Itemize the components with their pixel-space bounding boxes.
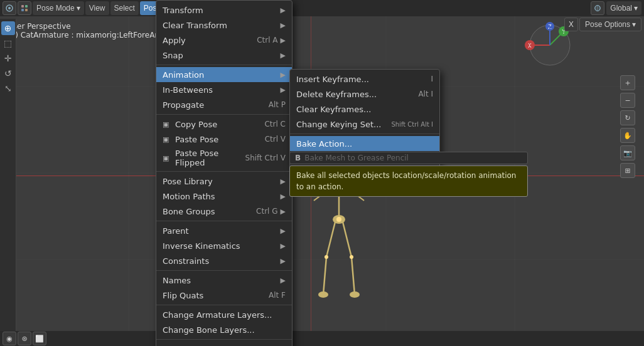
menu-item-change-armature-layers[interactable]: Change Armature Layers... <box>156 307 292 322</box>
menu-item-show-hide[interactable]: Show/Hide ▶ <box>156 342 292 346</box>
change-keying-set-shortcut: Shift Ctrl Alt I <box>391 121 433 128</box>
hand-tool-button[interactable]: ✋ <box>620 128 635 143</box>
svg-point-30 <box>318 291 328 298</box>
pose-mode-button[interactable]: Pose Mode ▾ <box>33 1 84 15</box>
anim-divider <box>290 134 439 134</box>
divider-5 <box>156 270 292 271</box>
camera-button[interactable]: 📷 <box>620 145 635 160</box>
menu-item-apply[interactable]: Apply Ctrl A ▶ <box>156 33 292 48</box>
menu-item-change-bone-layers[interactable]: Change Bone Layers... <box>156 322 292 337</box>
menu-item-clear-keyframes[interactable]: Clear Keyframes... <box>290 102 439 117</box>
divider-6 <box>156 305 292 305</box>
bake-action-description: Bake all selected objects location/scale… <box>289 165 528 197</box>
menu-item-inverse-kinematics[interactable]: Inverse Kinematics ▶ <box>156 238 292 253</box>
menu-item-in-betweens[interactable]: In-Betweens ▶ <box>156 82 292 97</box>
overlay-icon[interactable]: ⊛ <box>18 332 31 345</box>
pose-options-arrow: ▾ <box>632 20 636 29</box>
menu-item-paste-pose[interactable]: ▣ Paste Pose Ctrl V <box>156 132 292 147</box>
menu-item-delete-keyframes[interactable]: Delete Keyframes... Alt I <box>290 86 439 102</box>
render-button[interactable]: ⊞ <box>620 163 635 178</box>
dropdown-arrow: ▾ <box>77 4 80 13</box>
motion-paths-arrow: ▶ <box>281 192 286 201</box>
global-button[interactable]: Global ▾ <box>606 1 641 15</box>
menu-item-bake-action[interactable]: Bake Action... <box>290 136 439 151</box>
bake-action-tooltip-area: B Bake Mesh to Grease Pencil Bake all se… <box>289 152 528 197</box>
clear-transform-arrow: ▶ <box>281 21 286 29</box>
right-controls: + − ↻ ✋ 📷 ⊞ <box>620 75 635 178</box>
in-betweens-arrow: ▶ <box>281 86 286 94</box>
close-panel-button[interactable]: X <box>564 18 578 31</box>
pose-options-button[interactable]: Pose Options ▾ <box>579 18 641 31</box>
menu-item-transform[interactable]: Transform ▶ <box>156 3 292 18</box>
view-label: View <box>89 4 105 13</box>
select-label: Select <box>114 4 135 13</box>
pose-dropdown-menu: Transform ▶ Clear Transform ▶ Apply Ctrl… <box>156 0 292 346</box>
view-menu-button[interactable]: View <box>85 1 109 15</box>
menu-item-insert-keyframe[interactable]: Insert Keyframe... I <box>290 71 439 86</box>
bone-groups-shortcut: Ctrl G <box>256 207 277 216</box>
top-right-controls: X Pose Options ▾ <box>564 18 644 31</box>
perspective-label: User Perspective <box>8 22 165 31</box>
header-bar: Pose Mode ▾ View Select Pose Global ▾ <box>0 0 644 16</box>
svg-line-28 <box>326 219 336 257</box>
viewport-shading-icon[interactable]: ◉ <box>3 332 16 345</box>
svg-line-31 <box>342 219 352 257</box>
svg-line-32 <box>352 257 355 295</box>
select-box-tool[interactable]: ⬚ <box>1 36 15 50</box>
menu-item-pose-library[interactable]: Pose Library ▶ <box>156 174 292 189</box>
cursor-tool[interactable]: ⊕ <box>1 21 15 35</box>
svg-rect-12 <box>25 9 28 11</box>
divider-4 <box>156 221 292 221</box>
mode-select-icon[interactable] <box>18 1 31 15</box>
paste-pose-icon: ▣ <box>163 135 174 144</box>
armature-label: (1) CatArmature : mixamorig:LeftForeArm <box>8 31 165 39</box>
copy-pose-icon: ▣ <box>163 120 174 128</box>
svg-point-33 <box>350 291 360 298</box>
snap-arrow: ▶ <box>281 51 286 60</box>
paste-flipped-shortcut: Shift Ctrl V <box>245 154 286 162</box>
apply-arrow: ▶ <box>281 36 286 45</box>
paste-pose-shortcut: Ctrl V <box>265 135 286 144</box>
svg-point-37 <box>336 217 341 222</box>
pose-library-arrow: ▶ <box>281 177 286 186</box>
ik-arrow: ▶ <box>281 242 286 250</box>
menu-item-propagate[interactable]: Propagate Alt P <box>156 97 292 112</box>
pose-options-label: Pose Options <box>585 20 630 29</box>
move-tool[interactable]: ✛ <box>1 51 15 65</box>
svg-point-39 <box>350 255 353 259</box>
viewport-info: User Perspective (1) CatArmature : mixam… <box>8 22 165 39</box>
menu-item-parent[interactable]: Parent ▶ <box>156 223 292 238</box>
flip-quats-shortcut: Alt F <box>269 291 286 300</box>
paste-pose-flipped-icon: ▣ <box>163 154 174 162</box>
svg-point-8 <box>8 7 11 9</box>
divider-1 <box>156 65 292 65</box>
apply-shortcut: Ctrl A <box>257 36 277 45</box>
menu-item-copy-pose[interactable]: ▣ Copy Pose Ctrl C <box>156 117 292 132</box>
bake-desc-text: Bake all selected objects location/scale… <box>296 171 516 191</box>
menu-item-names[interactable]: Names ▶ <box>156 273 292 288</box>
scale-tool[interactable]: ⤡ <box>1 81 15 95</box>
svg-rect-11 <box>21 9 24 11</box>
divider-3 <box>156 171 292 172</box>
menu-item-constraints[interactable]: Constraints ▶ <box>156 253 292 268</box>
zoom-out-button[interactable]: − <box>620 93 635 108</box>
rotate-tool[interactable]: ↺ <box>1 66 15 80</box>
menu-item-snap[interactable]: Snap ▶ <box>156 48 292 63</box>
divider-2 <box>156 114 292 115</box>
animation-arrow: ▶ <box>281 71 286 79</box>
xray-icon[interactable]: ⬜ <box>33 332 46 345</box>
menu-item-flip-quats[interactable]: Flip Quats Alt F <box>156 288 292 303</box>
menu-item-change-keying-set[interactable]: Change Keying Set... Shift Ctrl Alt I <box>290 117 439 132</box>
svg-point-38 <box>325 255 328 259</box>
global-mode-icon[interactable] <box>591 1 604 15</box>
editor-type-icon[interactable] <box>3 1 16 15</box>
menu-item-paste-pose-flipped[interactable]: ▣ Paste Pose Flipped Shift Ctrl V <box>156 147 292 169</box>
menu-item-clear-transform[interactable]: Clear Transform ▶ <box>156 18 292 33</box>
select-menu-button[interactable]: Select <box>110 1 139 15</box>
zoom-in-button[interactable]: + <box>620 75 635 90</box>
menu-item-motion-paths[interactable]: Motion Paths ▶ <box>156 189 292 204</box>
bake-key-label: B <box>295 154 301 162</box>
rotate-button[interactable]: ↻ <box>620 110 635 125</box>
menu-item-animation[interactable]: Animation ▶ <box>156 67 292 82</box>
menu-item-bone-groups[interactable]: Bone Groups Ctrl G ▶ <box>156 204 292 219</box>
